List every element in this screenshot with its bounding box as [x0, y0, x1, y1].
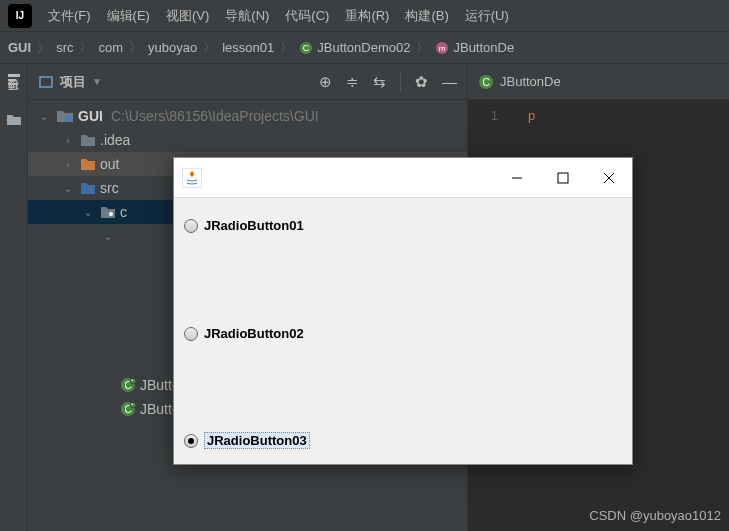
svg-rect-21 [558, 173, 568, 183]
divider [400, 72, 401, 92]
hide-icon[interactable]: — [442, 73, 457, 90]
svg-text:C: C [303, 43, 310, 53]
expand-icon[interactable]: ≑ [346, 73, 359, 91]
gear-icon[interactable]: ✿ [415, 73, 428, 91]
structure-icon[interactable] [6, 72, 22, 88]
package-icon [100, 205, 116, 219]
folder-icon[interactable] [6, 112, 22, 128]
radio-section-2: JRadioButton02 [174, 302, 632, 366]
chevron-right-icon: 〉 [416, 39, 429, 57]
bc-com[interactable]: com [98, 40, 123, 55]
class-icon: C [120, 377, 136, 393]
svg-text:m: m [439, 44, 446, 53]
menu-build[interactable]: 构建(B) [405, 7, 448, 25]
bc-file2[interactable]: m JButtonDe [435, 40, 514, 55]
left-gutter: 项目 [0, 64, 28, 531]
radio-button-02[interactable]: JRadioButton02 [184, 326, 304, 341]
module-icon [56, 109, 74, 123]
bc-file1[interactable]: C JButtonDemo02 [299, 40, 410, 55]
target-icon[interactable]: ⊕ [319, 73, 332, 91]
radio-icon [184, 434, 198, 448]
java-icon [182, 168, 202, 188]
bc-root[interactable]: GUI [8, 40, 31, 55]
panel-title-text: 项目 [60, 73, 86, 91]
class-icon: C [299, 41, 313, 55]
menu-view[interactable]: 视图(V) [166, 7, 209, 25]
close-button[interactable] [586, 158, 632, 198]
method-icon: m [435, 41, 449, 55]
menubar: 文件(F) 编辑(E) 视图(V) 导航(N) 代码(C) 重构(R) 构建(B… [0, 0, 729, 32]
project-icon [38, 74, 54, 90]
bc-yuboyao[interactable]: yuboyao [148, 40, 197, 55]
chevron-right-icon: 〉 [37, 39, 50, 57]
svg-rect-5 [8, 74, 20, 77]
window-titlebar[interactable] [174, 158, 632, 198]
java-swing-window: JRadioButton01 JRadioButton02 JRadioButt… [173, 157, 633, 465]
radio-button-03[interactable]: JRadioButton03 [184, 432, 310, 449]
chevron-down-icon[interactable]: ⌄ [36, 111, 52, 122]
collapse-icon[interactable]: ⇆ [373, 73, 386, 91]
menu-code[interactable]: 代码(C) [285, 7, 329, 25]
chevron-right-icon[interactable]: › [60, 135, 76, 146]
intellij-logo [8, 4, 32, 28]
watermark: CSDN @yuboyao1012 [589, 508, 721, 523]
svg-rect-8 [40, 77, 52, 87]
chevron-down-icon[interactable]: ⌄ [80, 207, 96, 218]
svg-rect-7 [8, 83, 18, 85]
folder-icon [80, 133, 96, 147]
chevron-right-icon: 〉 [280, 39, 293, 57]
menu-file[interactable]: 文件(F) [48, 7, 91, 25]
bc-src[interactable]: src [56, 40, 73, 55]
editor-tabs: C JButtonDe [468, 64, 729, 100]
svg-text:C: C [482, 77, 489, 88]
minimize-button[interactable] [494, 158, 540, 198]
menu-edit[interactable]: 编辑(E) [107, 7, 150, 25]
svg-rect-9 [65, 116, 71, 122]
panel-header: 项目 ▼ ⊕ ≑ ⇆ ✿ — [28, 64, 467, 100]
chevron-right-icon: 〉 [79, 39, 92, 57]
radio-section-1: JRadioButton01 [174, 198, 632, 302]
tree-root[interactable]: ⌄ GUI C:\Users\86156\IdeaProjects\GUI [28, 104, 467, 128]
folder-icon [80, 157, 96, 171]
editor-tab[interactable]: C JButtonDe [478, 74, 561, 90]
menu-refactor[interactable]: 重构(R) [345, 7, 389, 25]
source-folder-icon [80, 181, 96, 195]
dropdown-icon[interactable]: ▼ [92, 76, 102, 87]
class-icon: C [120, 401, 136, 417]
menu-nav[interactable]: 导航(N) [225, 7, 269, 25]
breadcrumb: GUI 〉 src 〉 com 〉 yuboyao 〉 lesson01 〉 C… [0, 32, 729, 64]
radio-button-01[interactable]: JRadioButton01 [184, 218, 304, 233]
chevron-right-icon[interactable]: › [60, 159, 76, 170]
tree-idea[interactable]: › .idea [28, 128, 467, 152]
chevron-down-icon[interactable]: ⌄ [100, 231, 116, 242]
svg-rect-6 [8, 79, 16, 81]
chevron-down-icon[interactable]: ⌄ [60, 183, 76, 194]
radio-section-3: JRadioButton03 [174, 365, 632, 464]
chevron-right-icon: 〉 [129, 39, 142, 57]
radio-icon [184, 219, 198, 233]
radio-icon [184, 327, 198, 341]
bc-lesson01[interactable]: lesson01 [222, 40, 274, 55]
maximize-button[interactable] [540, 158, 586, 198]
svg-point-10 [109, 212, 113, 216]
class-icon: C [478, 74, 494, 90]
chevron-right-icon: 〉 [203, 39, 216, 57]
menu-run[interactable]: 运行(U) [465, 7, 509, 25]
